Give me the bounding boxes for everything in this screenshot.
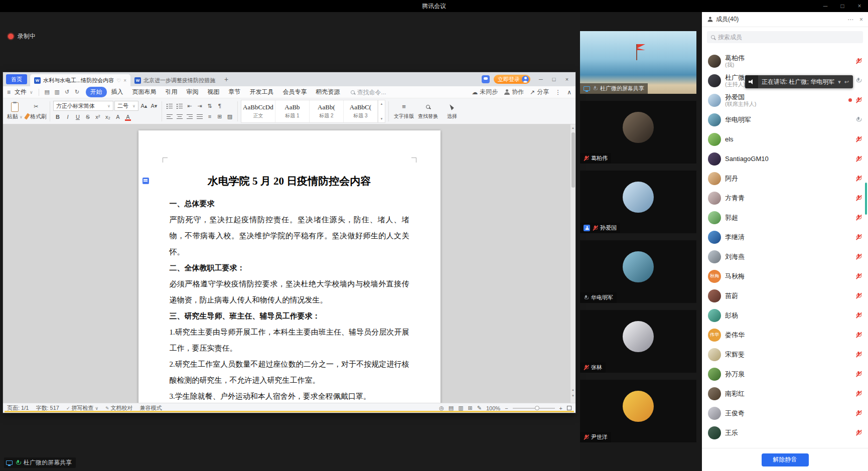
zoom-value[interactable]: 100% (486, 405, 500, 411)
align-center-icon[interactable] (175, 112, 184, 121)
style-preset[interactable]: AaBbCcDd 正文 (241, 100, 275, 122)
tab-close-icon[interactable]: × (123, 78, 126, 83)
login-button[interactable]: 立即登录 (494, 75, 530, 84)
increase-indent-icon[interactable]: ⇥ (195, 101, 204, 110)
shrink-font-icon[interactable]: A▾ (150, 101, 159, 110)
mic-status-icon[interactable] (856, 332, 861, 338)
tooltip-collapse-icon[interactable]: ▾ (838, 79, 841, 85)
format-painter-button[interactable]: 格式刷 (26, 113, 47, 120)
video-tile[interactable]: 杜广微的屏幕共享 (580, 31, 696, 94)
video-tile[interactable]: 张林 (580, 310, 696, 373)
member-row[interactable]: 华电明军 (702, 110, 868, 129)
mic-status-icon[interactable] (856, 97, 861, 103)
cut-icon[interactable]: ✂ (26, 102, 47, 111)
video-tile[interactable]: 孙爱国 (580, 171, 696, 233)
mic-status-icon[interactable] (856, 234, 861, 240)
file-menu-caret-icon[interactable]: ∨ (30, 90, 33, 95)
menu-item[interactable]: 插入 (107, 87, 128, 97)
undo-icon[interactable]: ↺ (63, 88, 72, 97)
document-page[interactable]: 水电学院 5 月 20 日疫情防控会内容 一、总体要求 严防死守，坚决扛起疫情防… (138, 130, 441, 403)
collapse-ribbon-icon[interactable]: ∧ (567, 89, 571, 96)
member-row[interactable]: 苗蔚 (702, 286, 868, 305)
text-layout-button[interactable]: ≡ 文字排版 (392, 103, 416, 120)
command-search-input[interactable] (357, 89, 393, 96)
collaborate-button[interactable]: 协作 (504, 88, 524, 96)
strikethrough-icon[interactable]: S (83, 112, 92, 121)
mic-status-icon[interactable] (856, 351, 861, 358)
favorite-icon[interactable]: ♡ (116, 78, 121, 83)
borders-icon[interactable]: ⊞ (215, 112, 224, 121)
tooltip-back-icon[interactable]: ↩ (844, 79, 849, 85)
minimize-icon[interactable]: ─ (817, 0, 834, 12)
show-marks-icon[interactable]: ¶ (215, 101, 224, 110)
panel-more-icon[interactable]: ⋯ (847, 16, 853, 23)
member-row[interactable]: 孙爱国 (联席主持人) (702, 90, 868, 110)
style-gallery-scroll[interactable]: ▴ ▾ (378, 100, 385, 123)
select-button[interactable]: 选择 (440, 103, 464, 120)
zoom-in-icon[interactable]: + (559, 405, 562, 411)
style-preset[interactable]: AaBb 标题 1 (275, 100, 310, 122)
wps-minimize-icon[interactable]: ─ (534, 74, 547, 85)
mic-status-icon[interactable] (856, 195, 861, 201)
gallery-down-icon[interactable]: ▾ (381, 117, 383, 121)
mic-status-icon[interactable] (856, 214, 861, 221)
mic-status-icon[interactable] (856, 312, 861, 319)
next-page-icon[interactable]: ▾ (572, 394, 574, 398)
decrease-indent-icon[interactable]: ⇤ (185, 101, 194, 110)
mic-status-icon[interactable] (856, 371, 861, 377)
menu-item[interactable]: 审阅 (182, 87, 203, 97)
command-search[interactable] (351, 89, 393, 96)
member-search[interactable] (707, 31, 863, 43)
smart-format-icon[interactable] (142, 178, 149, 184)
subscript-icon[interactable]: x₂ (103, 112, 112, 121)
mic-status-icon[interactable] (856, 292, 861, 299)
member-row[interactable]: 阿丹 (702, 169, 868, 188)
mic-status-icon[interactable] (856, 390, 861, 397)
member-row[interactable]: 王乐 (702, 423, 868, 442)
member-row[interactable]: 刘海燕 (702, 247, 868, 266)
close-icon[interactable]: × (851, 0, 868, 12)
line-spacing-icon[interactable]: ≡ (205, 112, 214, 121)
member-row[interactable]: SantiagoGM10 (702, 149, 868, 169)
mic-status-icon[interactable] (856, 58, 861, 64)
numbered-list-icon[interactable] (175, 101, 184, 110)
mic-status-icon[interactable] (856, 116, 861, 123)
mic-status-icon[interactable] (856, 175, 861, 182)
gallery-up-icon[interactable]: ▴ (381, 102, 383, 106)
member-row[interactable]: 宋辉斐 (702, 345, 868, 364)
mic-status-icon[interactable] (856, 253, 861, 260)
member-row[interactable]: 郭超 (702, 208, 868, 227)
member-row[interactable]: 南彩红 (702, 384, 868, 403)
zoom-slider-knob[interactable] (535, 406, 539, 410)
grow-font-icon[interactable]: A▴ (139, 101, 149, 110)
mic-status-icon[interactable] (856, 155, 861, 162)
share-button[interactable]: ↗ 分享 (530, 88, 549, 96)
mic-status-icon[interactable] (856, 136, 861, 142)
video-tile[interactable]: 葛柏伟 (580, 101, 696, 164)
find-replace-button[interactable]: 查找替换 (416, 103, 440, 120)
member-row[interactable]: 王俊奇 (702, 403, 868, 423)
sync-status[interactable]: ☁ 未同步 (472, 88, 498, 96)
zoom-slider[interactable] (513, 408, 555, 409)
menu-item[interactable]: 视图 (203, 87, 224, 97)
member-row[interactable]: 方青青 (702, 188, 868, 208)
member-search-input[interactable] (718, 34, 859, 41)
font-name-select[interactable]: 方正小标宋简体 ∨ (53, 101, 113, 111)
font-size-select[interactable]: 二号 ∨ (114, 101, 138, 111)
video-tile[interactable]: 尹世洋 (580, 380, 696, 442)
bullet-list-icon[interactable] (165, 101, 174, 110)
style-preset[interactable]: AaBbC( 标题 3 (344, 100, 378, 122)
hamburger-icon[interactable]: ≡ (7, 89, 11, 96)
member-row[interactable]: 李继清 (702, 227, 868, 247)
mic-status-icon[interactable] (856, 429, 861, 436)
member-list-scrollbar[interactable] (865, 183, 867, 215)
panel-close-icon[interactable]: × (859, 16, 863, 23)
menu-item[interactable]: 引用 (161, 87, 182, 97)
justify-icon[interactable] (195, 112, 204, 121)
member-row[interactable]: els (702, 129, 868, 149)
scrollbar-thumb[interactable] (571, 132, 575, 188)
wps-home-tab[interactable]: 首页 (6, 74, 27, 84)
assistant-icon[interactable] (482, 75, 490, 83)
superscript-icon[interactable]: x² (93, 112, 102, 121)
member-row[interactable]: 葛柏伟 (我) (702, 51, 868, 71)
